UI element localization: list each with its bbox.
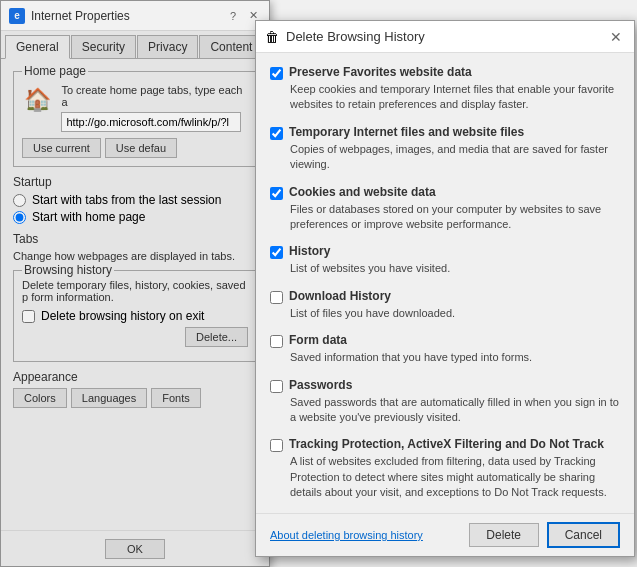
- history-title: History: [289, 244, 330, 258]
- cookies-title: Cookies and website data: [289, 185, 436, 199]
- formdata-title: Form data: [289, 333, 347, 347]
- formdata-header: Form data: [270, 333, 620, 348]
- history-desc: List of websites you have visited.: [290, 261, 620, 276]
- passwords-checkbox[interactable]: [270, 380, 283, 393]
- tracking-title: Tracking Protection, ActiveX Filtering a…: [289, 437, 604, 451]
- passwords-title: Passwords: [289, 378, 352, 392]
- window-overlay: [0, 0, 270, 567]
- dialog-cancel-button[interactable]: Cancel: [547, 522, 620, 548]
- passwords-header: Passwords: [270, 378, 620, 393]
- dialog-item-downloadhistory: Download History List of files you have …: [270, 289, 620, 321]
- tracking-desc: A list of websites excluded from filteri…: [290, 454, 620, 500]
- dialog-item-formdata: Form data Saved information that you hav…: [270, 333, 620, 365]
- dialog-item-tracking: Tracking Protection, ActiveX Filtering a…: [270, 437, 620, 500]
- dialog-item-tempfiles: Temporary Internet files and website fil…: [270, 125, 620, 173]
- dialog-footer: About deleting browsing history Delete C…: [256, 513, 634, 556]
- tempfiles-header: Temporary Internet files and website fil…: [270, 125, 620, 140]
- cookies-header: Cookies and website data: [270, 185, 620, 200]
- dialog-body: Preserve Favorites website data Keep coo…: [256, 53, 634, 513]
- tempfiles-desc: Copies of webpages, images, and media th…: [290, 142, 620, 173]
- dialog-icon: 🗑: [264, 29, 280, 45]
- favorites-desc: Keep cookies and temporary Internet file…: [290, 82, 620, 113]
- tempfiles-checkbox[interactable]: [270, 127, 283, 140]
- dialog-item-cookies: Cookies and website data Files or databa…: [270, 185, 620, 233]
- formdata-desc: Saved information that you have typed in…: [290, 350, 620, 365]
- passwords-desc: Saved passwords that are automatically f…: [290, 395, 620, 426]
- downloadhistory-desc: List of files you have downloaded.: [290, 306, 620, 321]
- downloadhistory-title: Download History: [289, 289, 391, 303]
- dialog-item-history: History List of websites you have visite…: [270, 244, 620, 276]
- favorites-header: Preserve Favorites website data: [270, 65, 620, 80]
- favorites-title: Preserve Favorites website data: [289, 65, 472, 79]
- tracking-header: Tracking Protection, ActiveX Filtering a…: [270, 437, 620, 452]
- downloadhistory-checkbox[interactable]: [270, 291, 283, 304]
- about-link[interactable]: About deleting browsing history: [270, 529, 461, 541]
- history-header: History: [270, 244, 620, 259]
- dialog-item-passwords: Passwords Saved passwords that are autom…: [270, 378, 620, 426]
- formdata-checkbox[interactable]: [270, 335, 283, 348]
- tempfiles-title: Temporary Internet files and website fil…: [289, 125, 524, 139]
- downloadhistory-header: Download History: [270, 289, 620, 304]
- cookies-checkbox[interactable]: [270, 187, 283, 200]
- tracking-checkbox[interactable]: [270, 439, 283, 452]
- dialog-close-button[interactable]: ✕: [606, 27, 626, 47]
- dialog-delete-button[interactable]: Delete: [469, 523, 539, 547]
- dialog-titlebar: 🗑 Delete Browsing History ✕: [256, 21, 634, 53]
- delete-browsing-history-dialog: 🗑 Delete Browsing History ✕ Preserve Fav…: [255, 20, 635, 557]
- cookies-desc: Files or databases stored on your comput…: [290, 202, 620, 233]
- favorites-checkbox[interactable]: [270, 67, 283, 80]
- history-checkbox[interactable]: [270, 246, 283, 259]
- dialog-item-favorites: Preserve Favorites website data Keep coo…: [270, 65, 620, 113]
- dialog-title: Delete Browsing History: [286, 29, 600, 44]
